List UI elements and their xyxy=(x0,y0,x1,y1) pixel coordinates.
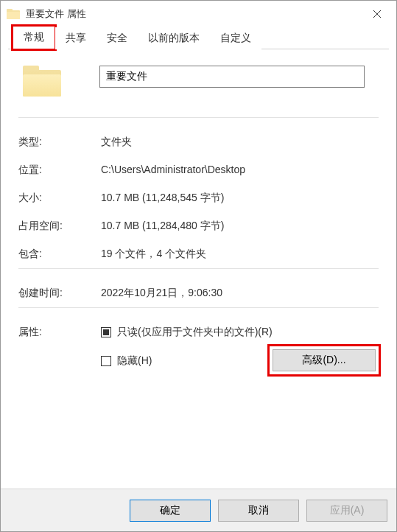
label-contains: 包含: xyxy=(18,240,101,268)
folder-name-input[interactable] xyxy=(99,66,365,88)
tab-general[interactable]: 常规 xyxy=(13,26,55,49)
row-location: 位置:C:\Users\Administrator\Desktop xyxy=(18,156,379,184)
value-size-on-disk: 10.7 MB (11,284,480 字节) xyxy=(101,212,379,240)
hidden-label: 隐藏(H) xyxy=(117,354,152,368)
readonly-checkbox[interactable] xyxy=(101,327,111,337)
tab-security[interactable]: 安全 xyxy=(96,27,138,49)
value-created: 2022年10月21日，9:06:30 xyxy=(101,279,379,307)
tab-bar: 常规 共享 安全 以前的版本 自定义 xyxy=(8,27,389,49)
row-created: 创建时间:2022年10月21日，9:06:30 xyxy=(18,279,379,307)
row-size: 大小:10.7 MB (11,248,545 字节) xyxy=(18,184,379,212)
row-type: 类型:文件夹 xyxy=(18,128,379,156)
attributes-table: 属性: 只读(仅应用于文件夹中的文件)(R) 隐藏(H) 高级(D)... xyxy=(18,318,379,382)
label-attributes: 属性: xyxy=(18,318,101,382)
properties-window: 重要文件 属性 常规 共享 安全 以前的版本 自定义 类型:文件夹 位置:C:\… xyxy=(0,0,397,532)
value-contains: 19 个文件，4 个文件夹 xyxy=(101,240,379,268)
value-size: 10.7 MB (11,248,545 字节) xyxy=(101,184,379,212)
value-location: C:\Users\Administrator\Desktop xyxy=(101,156,379,184)
hidden-checkbox[interactable] xyxy=(101,356,111,366)
created-table: 创建时间:2022年10月21日，9:06:30 xyxy=(18,279,379,307)
readonly-label: 只读(仅应用于文件夹中的文件)(R) xyxy=(117,326,273,339)
value-type: 文件夹 xyxy=(101,128,379,156)
apply-button[interactable]: 应用(A) xyxy=(306,500,387,522)
advanced-button[interactable]: 高级(D)... xyxy=(273,349,376,371)
divider xyxy=(18,117,379,118)
folder-large-icon xyxy=(23,66,61,98)
window-title: 重要文件 属性 xyxy=(26,7,361,21)
ok-button[interactable]: 确定 xyxy=(130,500,211,522)
properties-table: 类型:文件夹 位置:C:\Users\Administrator\Desktop… xyxy=(18,128,379,268)
label-location: 位置: xyxy=(18,156,101,184)
titlebar: 重要文件 属性 xyxy=(1,1,396,27)
row-size-on-disk: 占用空间:10.7 MB (11,284,480 字节) xyxy=(18,212,379,240)
tab-previous-versions[interactable]: 以前的版本 xyxy=(138,27,210,49)
label-size-on-disk: 占用空间: xyxy=(18,212,101,240)
row-contains: 包含:19 个文件，4 个文件夹 xyxy=(18,240,379,268)
tab-custom[interactable]: 自定义 xyxy=(210,27,261,49)
tab-content: 类型:文件夹 位置:C:\Users\Administrator\Desktop… xyxy=(1,49,396,489)
label-type: 类型: xyxy=(18,128,101,156)
dialog-footer: 确定 取消 应用(A) xyxy=(1,489,396,531)
label-size: 大小: xyxy=(18,184,101,212)
close-icon xyxy=(373,10,382,18)
folder-icon xyxy=(7,9,20,19)
row-attributes: 属性: 只读(仅应用于文件夹中的文件)(R) 隐藏(H) 高级(D)... xyxy=(18,318,379,382)
cancel-button[interactable]: 取消 xyxy=(218,500,299,522)
divider xyxy=(18,307,379,308)
label-created: 创建时间: xyxy=(18,279,101,307)
divider xyxy=(18,268,379,269)
advanced-highlight: 高级(D)... xyxy=(270,346,379,374)
close-button[interactable] xyxy=(361,2,393,26)
tab-sharing[interactable]: 共享 xyxy=(55,27,96,49)
